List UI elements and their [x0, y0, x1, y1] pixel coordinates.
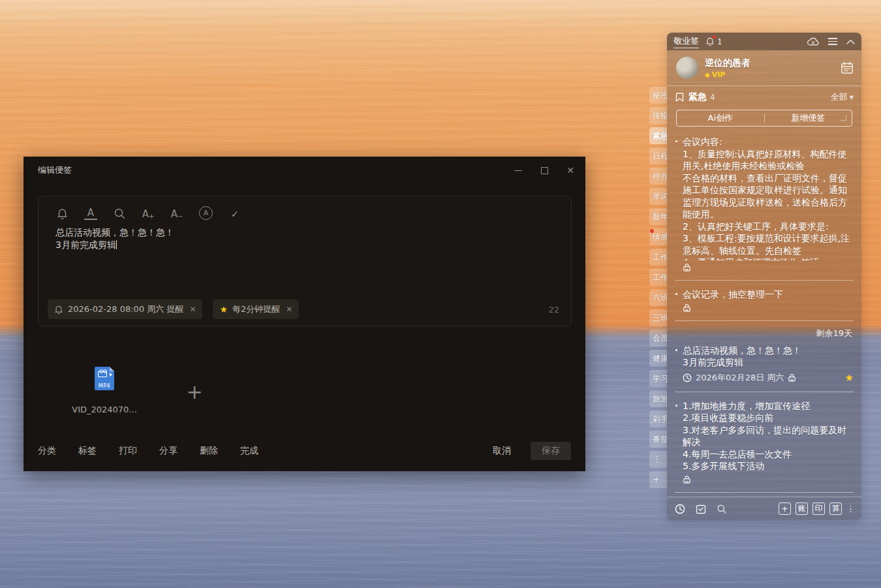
notes-panel: 敬业签 1 逆位的愚者 ◆ VIP	[667, 33, 861, 520]
add-attachment-button[interactable]: +	[180, 377, 209, 406]
more-options-icon[interactable]: ⋮	[846, 506, 855, 511]
note-item-3[interactable]: 总店活动视频，急！急！急！ 3月前完成剪辑 2026年02月28日 周六 ★	[667, 342, 861, 386]
tab-daiban[interactable]: 待办	[649, 168, 667, 185]
note-bullet	[675, 349, 677, 351]
maximize-button[interactable]	[538, 164, 550, 176]
reminder-bell-icon[interactable]	[55, 206, 69, 220]
tab-gongzuo-1[interactable]: 工作	[649, 249, 667, 266]
repeat-chip-label: 每2分钟提醒	[232, 303, 280, 315]
note-bullet	[675, 293, 677, 295]
calculator-button[interactable]: 算	[829, 503, 842, 515]
category-tabs-column: 秘密 传输 紧急 日程 待办 单词 新年 情感 工作 工作 六班 三班 会员 健…	[649, 87, 667, 491]
cloud-sync-off-icon[interactable]	[807, 37, 819, 46]
text-recognition-icon[interactable]: A	[199, 206, 213, 220]
divider	[675, 280, 854, 281]
tab-chuanshu[interactable]: 传输	[649, 107, 667, 124]
lock-icon	[683, 263, 691, 272]
divider	[675, 392, 854, 392]
font-color-icon[interactable]: A	[84, 206, 97, 220]
notification-bell-icon[interactable]	[705, 37, 715, 46]
attachment-item[interactable]: MP4 VID_2024070...	[65, 367, 144, 414]
username: 逆位的愚者	[705, 57, 750, 69]
notification-red-dot	[713, 35, 716, 39]
menu-icon[interactable]	[828, 38, 837, 45]
note-meta-row: 2026年02月28日 周六 ★	[683, 372, 854, 384]
tag-button[interactable]: 标签	[78, 445, 97, 457]
quick-add-button[interactable]: +	[779, 503, 791, 515]
search-icon[interactable]	[717, 504, 727, 514]
tab-qinggan[interactable]: 情感	[649, 228, 667, 245]
tab-liuban[interactable]: 六班	[649, 289, 667, 306]
tab-jinji[interactable]: 紧急	[649, 127, 667, 144]
lock-icon	[683, 303, 691, 313]
close-button[interactable]: ✕	[564, 164, 576, 176]
ai-create-button[interactable]: Ai创作	[677, 110, 764, 126]
tab-gongzuo-2[interactable]: 工作	[649, 269, 667, 286]
cancel-button[interactable]: 取消	[493, 445, 511, 457]
save-button[interactable]: 保存	[531, 442, 571, 460]
note-text: 会议记录，抽空整理一下	[683, 288, 854, 301]
star-icon[interactable]: ★	[845, 372, 854, 384]
dialog-footer: 分类 标签 打印 分享 删除 完成 取消 保存	[23, 431, 585, 471]
delete-button[interactable]: 删除	[200, 445, 218, 457]
vip-diamond-icon: ◆	[705, 71, 710, 78]
note-item-1[interactable]: 会议内容: 1、质量控制:认真把好原材料、构配件使用关,杜绝使用未经检验或检验 …	[667, 133, 861, 275]
star-icon: ★	[219, 304, 228, 315]
todo-check-icon[interactable]: ✓	[228, 206, 241, 220]
tab-mimi[interactable]: 秘密	[649, 87, 667, 104]
tab-sanban[interactable]: 三班	[649, 309, 667, 326]
ledger-button[interactable]: 账	[796, 503, 808, 515]
categorize-button[interactable]: 分类	[38, 445, 56, 457]
desktop-wallpaper: { "glyphs": { "close_x": "✕", "check": "…	[0, 0, 881, 588]
note-item-4[interactable]: 1.增加地推力度，增加宣传途径 2.项目收益要稳步向前 3.对老客户多多回访，提…	[667, 397, 861, 487]
reminder-chip-label: 2026-02-28 08:00 周六 提醒	[68, 303, 183, 315]
note-date: 2026年02月28日 周六	[696, 372, 784, 384]
new-note-shortcut-icon	[841, 115, 846, 121]
add-tab-button[interactable]: +	[649, 471, 667, 488]
todo-calendar-icon[interactable]	[696, 504, 706, 514]
note-text: 总店活动视频，急！急！急！ 3月前完成剪辑	[683, 345, 854, 369]
panel-header: 敬业签 1	[667, 33, 861, 50]
user-row: 逆位的愚者 ◆ VIP	[667, 50, 861, 83]
note-item-2[interactable]: 会议记录，抽空整理一下	[667, 286, 861, 315]
more-tabs-button[interactable]: ⋮	[649, 451, 667, 468]
attachment-area: MP4 VID_2024070... +	[65, 367, 209, 414]
print-button[interactable]: 打印	[119, 445, 137, 457]
complete-button[interactable]: 完成	[240, 445, 258, 457]
minimize-button[interactable]	[512, 164, 524, 176]
new-note-button[interactable]: 新增便签	[765, 110, 852, 126]
remove-repeat-icon[interactable]: ✕	[286, 305, 292, 314]
print-button[interactable]: 印	[812, 503, 825, 515]
reminder-time-chip[interactable]: 2026-02-28 08:00 周六 提醒 ✕	[48, 300, 202, 319]
app-title[interactable]: 敬业签	[673, 35, 699, 48]
remove-reminder-icon[interactable]: ✕	[189, 305, 196, 314]
tab-jiankang[interactable]: 健康	[649, 350, 667, 367]
filter-dropdown[interactable]: 全部 ▼	[831, 91, 854, 103]
editor-bottom-row: 2026-02-28 08:00 周六 提醒 ✕ ★ 每2分钟提醒 ✕ 22	[39, 300, 571, 319]
share-button[interactable]: 分享	[159, 445, 178, 457]
tab-richeng[interactable]: 日程	[649, 147, 667, 164]
tab-xuexi[interactable]: 学习	[649, 370, 667, 387]
time-reminder-icon[interactable]	[675, 504, 685, 514]
tab-xinnian[interactable]: 新年	[649, 208, 667, 225]
tab-huiyuan[interactable]: 会员	[649, 330, 667, 347]
font-decrease-icon[interactable]: A−	[170, 206, 183, 220]
font-increase-icon[interactable]: A+	[142, 206, 155, 220]
tab-danci[interactable]: 单词	[649, 188, 667, 205]
user-avatar[interactable]	[676, 57, 698, 79]
search-icon[interactable]	[113, 206, 126, 220]
tab-fanqie[interactable]: 番茄	[649, 431, 667, 448]
attachment-filename: VID_2024070...	[65, 405, 144, 414]
note-bullet	[675, 140, 677, 142]
tab-lvyou[interactable]: 旅游	[649, 390, 667, 407]
panel-action-bar: Ai创作 新增便签	[676, 110, 852, 127]
vip-badge: ◆ VIP	[705, 70, 750, 79]
repeat-reminder-chip[interactable]: ★ 每2分钟提醒 ✕	[213, 300, 299, 319]
note-content-input[interactable]: 总店活动视频，急！急！急！ 3月前完成剪辑	[39, 220, 571, 266]
tab-duoshou[interactable]: 剁手	[649, 410, 667, 427]
collapse-chevron-icon[interactable]	[846, 39, 855, 44]
note-editor: A A+ A− A ✓ 总店活动视频，急！急！急！ 3月前完成剪辑 2026-0…	[38, 196, 572, 326]
note-text: 1.增加地推力度，增加宣传途径 2.项目收益要稳步向前 3.对老客户多多回访，提…	[683, 400, 854, 472]
note-text: 会议内容: 1、质量控制:认真把好原材料、构配件使用关,杜绝使用未经检验或检验 …	[683, 136, 854, 260]
calendar-icon[interactable]	[841, 61, 854, 74]
